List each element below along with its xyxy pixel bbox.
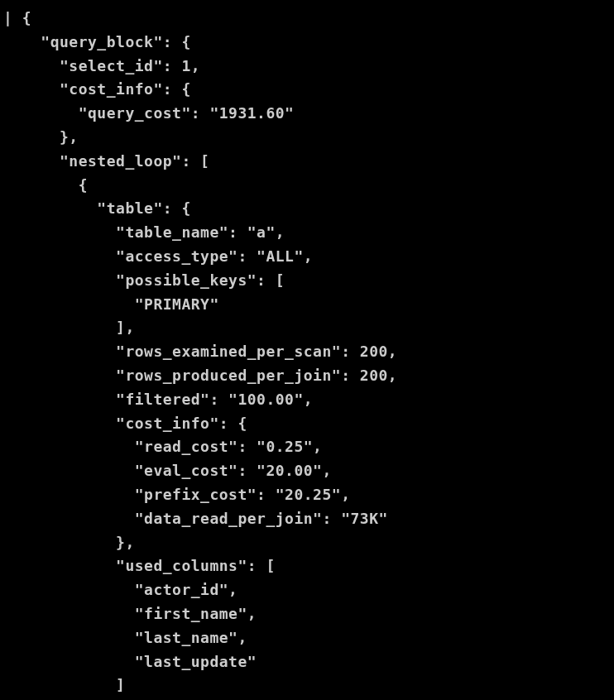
json-content: | { "query_block": { "select_id": 1, "co… — [3, 9, 397, 700]
code-block: | { "query_block": { "select_id": 1, "co… — [0, 0, 614, 700]
